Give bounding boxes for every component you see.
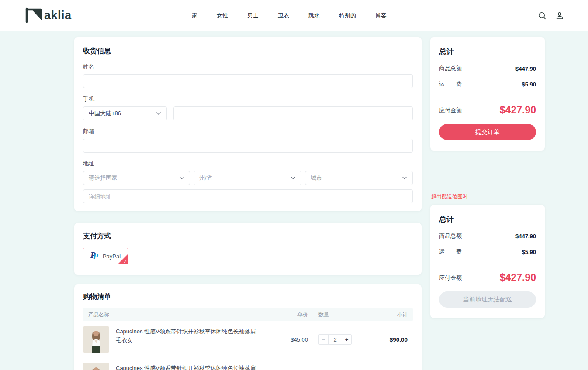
nav-item-men[interactable]: 男士 xyxy=(247,12,259,20)
fallback-summary-card: 总计 商品总额 $447.90 运费 $5.90 应付金额 $427.90 当前… xyxy=(430,205,545,318)
shipping-info-card: 收货信息 姓名 手机 中国大陆+86 邮箱 地址 请选择国家 xyxy=(74,37,422,211)
city-placeholder: 城市 xyxy=(311,174,322,182)
chevron-down-icon xyxy=(156,112,161,115)
payable-amount: $427.90 xyxy=(500,272,536,284)
divider xyxy=(439,96,536,96)
undeliverable-button[interactable]: 当前地址无法配送 xyxy=(439,291,536,308)
check-icon: ✓ xyxy=(124,260,127,264)
chevron-down-icon xyxy=(291,176,296,180)
paypal-option[interactable]: P P PayPal ✓ xyxy=(83,248,128,264)
payable-label: 应付金额 xyxy=(439,106,462,114)
nav-item-special[interactable]: 特别的 xyxy=(339,12,356,20)
search-icon[interactable] xyxy=(538,11,546,20)
shipping-fee-value: $5.90 xyxy=(522,249,536,255)
nav-item-hoodies[interactable]: 卫衣 xyxy=(278,12,289,20)
payment-title: 支付方式 xyxy=(83,232,413,241)
nav-item-home[interactable]: 家 xyxy=(192,12,197,20)
chevron-down-icon xyxy=(402,176,407,180)
shipping-fee-label: 运费 xyxy=(439,248,462,256)
name-field[interactable] xyxy=(83,74,413,88)
payable-amount: $427.90 xyxy=(500,104,536,116)
address-label: 地址 xyxy=(83,160,413,168)
name-label: 姓名 xyxy=(83,63,413,71)
phone-label: 手机 xyxy=(83,95,413,103)
quantity-stepper: − 2 + xyxy=(318,334,357,345)
header-product-name: 产品名称 xyxy=(88,311,269,319)
nav-item-swim[interactable]: 跳水 xyxy=(308,12,320,20)
paypal-icon: P P xyxy=(90,250,100,262)
email-field[interactable] xyxy=(83,139,413,153)
country-select[interactable]: 请选择国家 xyxy=(83,171,190,185)
summary-title: 总计 xyxy=(439,47,536,57)
divider xyxy=(439,264,536,264)
city-select[interactable]: 城市 xyxy=(305,171,413,185)
phone-country-value: 中国大陆+86 xyxy=(89,110,121,117)
summary-title: 总计 xyxy=(439,214,536,224)
account-icon[interactable] xyxy=(555,11,564,20)
payable-label: 应付金额 xyxy=(439,274,462,282)
email-label: 邮箱 xyxy=(83,127,413,135)
state-placeholder: 州/省 xyxy=(199,174,212,182)
decrease-quantity-button[interactable]: − xyxy=(318,334,328,345)
product-name: Capucines 性感V领系带针织开衫秋季休闲纯色长袖落肩毛衣女 xyxy=(116,326,269,353)
header-quantity: 数量 xyxy=(308,311,357,319)
shipping-title: 收货信息 xyxy=(83,47,413,56)
cart-table-header: 产品名称 单价 数量 小计 xyxy=(83,308,413,321)
phone-field[interactable] xyxy=(173,106,413,120)
state-select[interactable]: 州/省 xyxy=(194,171,301,185)
cart-row: Capucines 性感V领系带针织开衫秋季休闲纯色长袖落肩毛衣女 $45.00… xyxy=(83,321,413,358)
nav-item-blog[interactable]: 博客 xyxy=(375,12,387,20)
line-subtotal: $90.00 xyxy=(357,336,408,343)
cart-card: 购物清单 产品名称 单价 数量 小计 Capucines 性感V领系带针织开衫秋… xyxy=(74,284,422,370)
increase-quantity-button[interactable]: + xyxy=(342,334,352,345)
cart-title: 购物清单 xyxy=(83,292,413,301)
brand-logo[interactable]: aklia xyxy=(24,7,72,24)
chevron-down-icon xyxy=(179,176,184,180)
phone-country-select[interactable]: 中国大陆+86 xyxy=(83,106,167,120)
country-placeholder: 请选择国家 xyxy=(89,174,117,182)
nav-item-women[interactable]: 女性 xyxy=(217,12,228,20)
product-image xyxy=(83,363,109,370)
product-name: Capucines 性感V领系带针织开衫秋季休闲纯色长袖落肩毛衣女Capucin… xyxy=(116,363,269,370)
top-header: aklia 家 女性 男士 卫衣 跳水 特别的 博客 xyxy=(0,0,588,31)
header-subtotal: 小计 xyxy=(357,311,408,319)
items-total-value: $447.90 xyxy=(515,65,536,72)
items-total-value: $447.90 xyxy=(515,233,536,240)
items-total-label: 商品总额 xyxy=(439,232,462,240)
unit-price: $45.00 xyxy=(269,336,308,343)
detail-address-field[interactable] xyxy=(83,189,413,203)
quantity-value: 2 xyxy=(328,334,342,345)
submit-order-button[interactable]: 提交订单 xyxy=(439,124,536,140)
shipping-fee-value: $5.90 xyxy=(522,81,536,88)
header-unit-price: 单价 xyxy=(269,311,308,319)
cart-row: Capucines 性感V领系带针织开衫秋季休闲纯色长袖落肩毛衣女Capucin… xyxy=(83,358,413,370)
items-total-label: 商品总额 xyxy=(439,65,462,72)
main-nav: 家 女性 男士 卫衣 跳水 特别的 博客 xyxy=(192,0,387,31)
svg-text:P: P xyxy=(93,252,98,260)
shipping-fee-label: 运费 xyxy=(439,80,462,88)
product-image xyxy=(83,326,109,353)
brand-m-icon xyxy=(24,7,43,24)
brand-wordmark: aklia xyxy=(44,9,72,22)
order-summary-card: 总计 商品总额 $447.90 运费 $5.90 应付金额 $427.90 提交… xyxy=(430,37,545,151)
payment-method-card: 支付方式 P P PayPal ✓ xyxy=(74,223,422,275)
out-of-range-notice: 超出配送范围时 xyxy=(431,193,545,200)
